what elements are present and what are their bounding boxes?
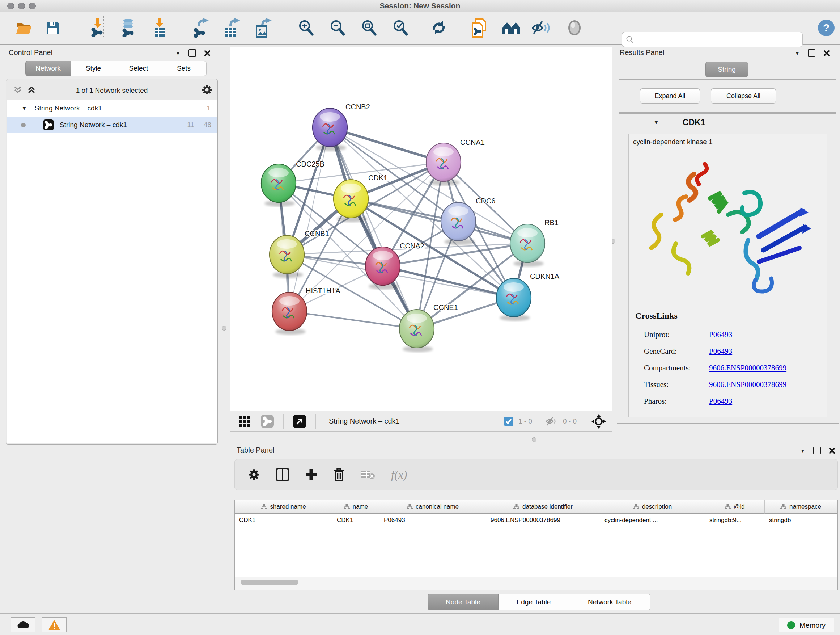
column-header-description[interactable]: description (600, 500, 705, 514)
network-row-selected[interactable]: String Network – cdk1 11 48 (7, 117, 217, 133)
toolbar-separator (423, 16, 423, 40)
panel-close-icon[interactable] (829, 448, 835, 454)
birdseye-view-icon[interactable] (293, 415, 306, 428)
column-header-label: database identifier (523, 503, 573, 510)
crosslink-value-link[interactable]: P06493 (709, 330, 732, 339)
crosslink-row: GeneCard: P06493 (644, 343, 821, 359)
crosslink-label: Tissues: (644, 380, 709, 389)
network-options-gear-icon[interactable] (202, 84, 212, 97)
hide-selected-button[interactable] (531, 18, 551, 38)
show-all-button[interactable] (564, 18, 584, 38)
column-header-shared-name[interactable]: shared name (235, 500, 332, 514)
zoom-fit-content-button[interactable] (359, 18, 379, 38)
table-options-gear-icon[interactable] (248, 469, 260, 481)
warnings-button[interactable] (42, 617, 66, 632)
tab-string[interactable]: String (706, 62, 748, 78)
create-column-icon[interactable] (305, 469, 317, 481)
panel-collapse-icon[interactable]: ▼ (795, 50, 800, 56)
selected-checkbox-icon[interactable] (504, 417, 513, 426)
network-node-CDKN1A[interactable]: CDKN1A (496, 272, 560, 321)
zoom-selected-button[interactable] (390, 18, 411, 38)
table-cell[interactable]: P06493 (379, 514, 486, 527)
tab-sets[interactable]: Sets (161, 61, 207, 76)
delete-column-trash-icon[interactable] (333, 468, 345, 481)
houses-icon (502, 20, 521, 36)
panel-collapse-icon[interactable]: ▼ (175, 50, 180, 56)
center-view-crosshair-icon[interactable] (592, 414, 606, 429)
table-cell[interactable]: CDK1 (332, 514, 379, 527)
tab-style[interactable]: Style (71, 61, 116, 76)
search-icon (626, 35, 634, 43)
panel-collapse-icon[interactable]: ▼ (800, 448, 805, 454)
column-header-name[interactable]: name (332, 500, 379, 514)
tab-node-table[interactable]: Node Table (428, 594, 499, 610)
network-mode-icon[interactable] (261, 415, 274, 428)
import-network-from-file-button[interactable] (88, 18, 108, 38)
help-button[interactable]: ? (816, 18, 836, 38)
protein-card-header[interactable]: ▼ CDK1 (619, 114, 836, 131)
tab-network-table[interactable]: Network Table (569, 594, 651, 610)
open-session-button[interactable] (14, 18, 34, 38)
import-network-from-database-button[interactable] (118, 18, 139, 38)
tab-select[interactable]: Select (116, 61, 161, 76)
table-cell[interactable]: 9606.ENSP00000378699 (486, 514, 600, 527)
collapse-all-button[interactable]: Collapse All (711, 88, 776, 103)
export-table-button[interactable] (222, 18, 242, 38)
panel-float-icon[interactable] (808, 49, 815, 57)
import-table-from-file-button[interactable] (150, 18, 171, 38)
grid-mode-icon[interactable] (238, 415, 251, 428)
crosslink-value-link[interactable]: 9606.ENSP00000378699 (709, 363, 786, 372)
panel-close-icon[interactable] (823, 50, 830, 57)
network-collection-row[interactable]: ▼ String Network – cdk1 1 (7, 100, 217, 117)
network-node-CDC6[interactable]: CDC6 (441, 197, 495, 245)
zoom-out-button[interactable] (327, 18, 347, 38)
refresh-button[interactable] (429, 18, 449, 38)
protein-card-body: cyclin-dependent kinase 1 (628, 134, 827, 417)
memory-button[interactable]: Memory (778, 618, 834, 632)
network-node-HIST1H1A[interactable]: HIST1H1A (272, 287, 340, 335)
network-node-CCNA1[interactable]: CCNA1 (426, 138, 485, 186)
network-canvas[interactable]: CCNB2CCNA1CDC25BCDK1CDC6RB1CCNB1CCNA2CDK… (230, 47, 612, 411)
results-panel-title: Results Panel (620, 49, 664, 57)
network-edge-CCNB2-CCNE1[interactable] (330, 127, 417, 329)
search-input[interactable] (634, 35, 794, 43)
splitter-handle[interactable] (532, 437, 537, 442)
export-image-button[interactable] (253, 18, 273, 38)
table-cell[interactable]: stringdb:9... (705, 514, 765, 527)
network-node-RB1[interactable]: RB1 (510, 219, 559, 267)
crosslink-value-link[interactable]: 9606.ENSP00000378699 (709, 380, 786, 389)
zoom-in-button[interactable] (296, 18, 316, 38)
column-header-database-identifier[interactable]: database identifier (486, 500, 600, 514)
network-edge-HIST1H1A-CCNE1[interactable] (289, 311, 417, 329)
table-cell[interactable]: cyclin-dependent ... (600, 514, 705, 527)
panel-float-icon[interactable] (813, 447, 821, 454)
save-session-button[interactable] (43, 18, 63, 38)
column-header-label: canonical name (416, 503, 459, 510)
hscrollbar-thumb[interactable] (240, 580, 298, 585)
panel-float-icon[interactable] (188, 49, 196, 57)
table-cell[interactable]: CDK1 (235, 514, 332, 527)
tree-expander-icon[interactable]: ▼ (22, 105, 27, 111)
crosslink-value-link[interactable]: P06493 (709, 397, 732, 406)
splitter-handle[interactable] (222, 326, 226, 331)
import-table-icon (153, 19, 167, 37)
table-hscrollbar[interactable] (235, 577, 837, 590)
panel-close-icon[interactable] (204, 50, 210, 57)
export-network-button[interactable] (191, 18, 211, 38)
network-node-CCNB2[interactable]: CCNB2 (313, 103, 370, 151)
automation-cloud-button[interactable] (11, 617, 35, 632)
column-header--id[interactable]: @id (705, 500, 765, 514)
protein-description: cyclin-dependent kinase 1 (633, 138, 713, 146)
crosslink-value-link[interactable]: P06493 (709, 347, 732, 356)
column-header-namespace[interactable]: namespace (765, 500, 837, 514)
column-header-canonical-name[interactable]: canonical name (379, 500, 486, 514)
expand-all-button[interactable]: Expand All (640, 88, 700, 103)
show-columns-icon[interactable] (276, 468, 289, 481)
tab-network[interactable]: Network (25, 61, 71, 76)
hidden-eye-slash-icon (546, 416, 559, 427)
tab-edge-table[interactable]: Edge Table (499, 594, 569, 610)
card-expander-icon[interactable]: ▼ (654, 119, 659, 125)
clone-network-button[interactable] (469, 18, 489, 38)
table-cell[interactable]: stringdb (765, 514, 837, 527)
first-neighbors-button[interactable] (501, 18, 521, 38)
